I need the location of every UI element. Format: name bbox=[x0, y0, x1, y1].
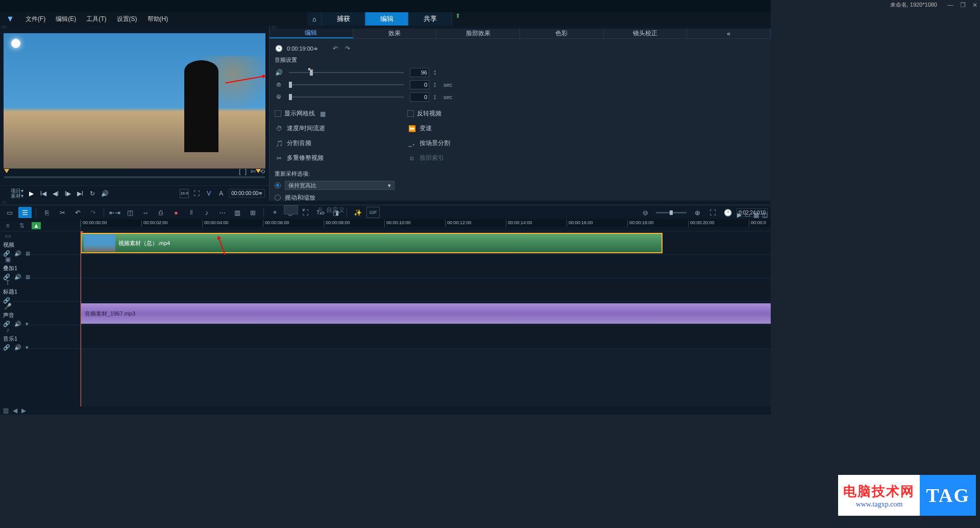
fadeout-slider[interactable] bbox=[289, 97, 404, 98]
chapter-icon[interactable]: ⋯ bbox=[215, 207, 229, 218]
playhead[interactable] bbox=[81, 231, 81, 406]
split-audio-button[interactable]: 🎵分割音频 bbox=[275, 137, 402, 149]
clip-timecode[interactable]: 0:00:19:00≑ bbox=[287, 45, 318, 52]
preview-viewport[interactable] bbox=[4, 33, 265, 169]
tab-edit[interactable]: 编辑 bbox=[270, 29, 353, 38]
scroll-left-icon[interactable]: ◀ bbox=[13, 407, 17, 414]
custom-button[interactable]: 自定义 bbox=[326, 206, 345, 214]
prev-frame-icon[interactable]: ◀I bbox=[51, 189, 60, 198]
lock-icon[interactable]: ⊠ bbox=[26, 250, 30, 257]
mode-tab-share[interactable]: 共享 bbox=[409, 12, 452, 26]
tab-face[interactable]: 脸部效果 bbox=[436, 29, 520, 38]
tool-3-icon[interactable]: ↔ bbox=[139, 207, 152, 218]
scrub-bar[interactable]: [ ] ✄ ⟲ bbox=[4, 172, 265, 182]
volume-spinner[interactable]: ▲▼ bbox=[433, 69, 438, 76]
scene-split-button[interactable]: ⎯▸按场景分割 bbox=[407, 137, 535, 149]
music-track[interactable] bbox=[81, 325, 771, 349]
mode-tab-home[interactable]: ⌂ bbox=[308, 12, 322, 26]
tool-4-icon[interactable]: ⎙ bbox=[154, 207, 167, 218]
enlarge-icon[interactable]: ⛶ bbox=[192, 189, 201, 198]
tab-effect[interactable]: 效果 bbox=[353, 29, 437, 38]
a-letter-icon[interactable]: A bbox=[216, 189, 226, 198]
fadein-input[interactable] bbox=[410, 80, 429, 89]
tab-lens[interactable]: 镜头校正 bbox=[604, 29, 688, 38]
restore-icon[interactable]: ❐ bbox=[959, 2, 967, 9]
fadeout-spinner[interactable]: ▲▼ bbox=[433, 94, 438, 100]
aspect-icon[interactable]: 16:9 bbox=[180, 189, 189, 198]
tab-toggle-icon[interactable]: « bbox=[687, 29, 771, 38]
video-track[interactable]: 视频素材（总）.mp4 bbox=[81, 231, 771, 255]
volume-icon[interactable]: 🔊 bbox=[100, 189, 109, 198]
fadeout-input[interactable] bbox=[410, 92, 429, 102]
speed-time-button[interactable]: ⏱速度/时间流逝 bbox=[275, 123, 402, 134]
fadein-slider[interactable] bbox=[289, 84, 404, 85]
link-icon[interactable]: 🔗 bbox=[3, 344, 10, 351]
zoom-slider[interactable] bbox=[656, 212, 687, 213]
overlay-track[interactable] bbox=[81, 255, 771, 278]
toggle-icon[interactable]: ⇅ bbox=[17, 222, 27, 229]
mark-in-icon[interactable]: [ bbox=[239, 168, 240, 175]
variable-speed-button[interactable]: ⏩变速 bbox=[407, 123, 535, 134]
layout-3-icon[interactable]: ◫ bbox=[762, 211, 768, 219]
resample-dropdown[interactable]: 保持宽高比▾ bbox=[285, 181, 395, 190]
scroll-right-icon[interactable]: ▶ bbox=[21, 407, 26, 414]
panzoom-swatch[interactable] bbox=[284, 205, 298, 214]
scroll-arrow-icon[interactable]: ▶ bbox=[737, 211, 742, 219]
voice-track[interactable]: 音频素材_1967.mp3 bbox=[81, 302, 771, 325]
mode-tab-capture[interactable]: 捕获 bbox=[322, 12, 365, 26]
tab-color[interactable]: 色彩 bbox=[520, 29, 604, 38]
storyboard-view-icon[interactable]: ▭ bbox=[3, 207, 16, 218]
status-icon[interactable]: ▥ bbox=[3, 407, 9, 414]
revert-icon[interactable]: ⟲ bbox=[260, 168, 265, 175]
copy-icon[interactable]: ⎘ bbox=[40, 207, 54, 218]
panel-grip[interactable] bbox=[0, 26, 269, 30]
cut-tool-icon[interactable]: ✂ bbox=[56, 207, 69, 218]
add-track-icon[interactable]: ▲ bbox=[32, 222, 41, 229]
list-icon[interactable]: ≡ bbox=[3, 222, 12, 229]
trim-in-handle-icon[interactable] bbox=[4, 169, 9, 173]
mode-tab-edit[interactable]: 编辑 bbox=[365, 12, 409, 26]
go-start-icon[interactable]: I◀ bbox=[39, 189, 48, 198]
redo-icon[interactable]: ↷ bbox=[86, 207, 100, 218]
minimize-icon[interactable]: — bbox=[946, 2, 954, 9]
video-clip[interactable]: 视频素材（总）.mp4 bbox=[81, 233, 663, 253]
go-end-icon[interactable]: ▶I bbox=[76, 189, 85, 198]
layout-2-icon[interactable]: ▦ bbox=[753, 211, 759, 219]
close-icon[interactable]: ✕ bbox=[971, 2, 979, 9]
mixer-icon[interactable]: ⫴ bbox=[185, 207, 198, 218]
menu-help[interactable]: 帮助(H) bbox=[142, 12, 174, 26]
mute-icon[interactable]: 🔊 bbox=[14, 274, 21, 280]
upgrade-icon[interactable]: ⬆ bbox=[452, 12, 463, 26]
show-grid-checkbox[interactable]: 显示网格线 ▦ bbox=[275, 108, 402, 119]
record-icon[interactable]: ● bbox=[169, 207, 183, 218]
tool-1-icon[interactable]: ⇤⇥ bbox=[108, 207, 121, 218]
menu-settings[interactable]: 设置(S) bbox=[112, 12, 142, 26]
menu-file[interactable]: 文件(F) bbox=[20, 12, 51, 26]
keep-aspect-radio[interactable] bbox=[275, 182, 281, 188]
expand-icon[interactable]: ▾ bbox=[26, 344, 29, 351]
volume-input[interactable] bbox=[410, 68, 429, 77]
mute-icon[interactable]: 🔊 bbox=[14, 344, 21, 351]
multi-trim-button[interactable]: ✂多重修整视频 bbox=[275, 152, 402, 164]
v-letter-icon[interactable]: V bbox=[204, 189, 213, 198]
auto-music-icon[interactable]: ♪ bbox=[200, 207, 213, 218]
mode-label[interactable]: 项目▾ 素材▾ bbox=[4, 188, 23, 199]
grid-tool-icon[interactable]: ⊞ bbox=[246, 207, 259, 218]
mark-out-icon[interactable]: ] bbox=[245, 168, 247, 175]
fadein-spinner[interactable]: ▲▼ bbox=[433, 82, 438, 88]
mute-icon[interactable]: 🔊 bbox=[14, 250, 21, 257]
undo-icon[interactable]: ↶ bbox=[71, 207, 84, 218]
audio-clip[interactable]: 音频素材_1967.mp3 bbox=[81, 303, 771, 324]
menu-edit[interactable]: 编辑(E) bbox=[51, 12, 81, 26]
scissor-icon[interactable]: ✄ bbox=[251, 168, 256, 175]
volume-slider[interactable] bbox=[289, 72, 404, 73]
layout-1-icon[interactable]: ▭ bbox=[745, 211, 750, 219]
redo-icon[interactable]: ↷ bbox=[344, 45, 352, 52]
time-ruler[interactable]: 00:00:00:0000:00:02:0000:00:04:0000:00:0… bbox=[81, 220, 771, 227]
subtitle-icon[interactable]: ▥ bbox=[231, 207, 244, 218]
next-frame-icon[interactable]: I▶ bbox=[63, 189, 72, 198]
title-track[interactable] bbox=[81, 278, 771, 302]
panzoom-menu-icon[interactable]: ▾ bbox=[302, 206, 305, 213]
tool-2-icon[interactable]: ◫ bbox=[124, 207, 137, 218]
play-icon[interactable]: ▶ bbox=[27, 189, 36, 198]
